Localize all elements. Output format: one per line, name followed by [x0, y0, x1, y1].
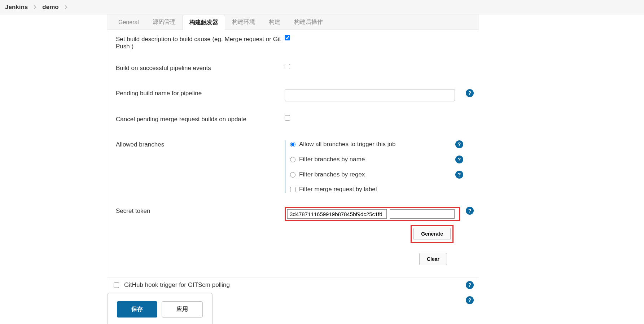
check-filter-label[interactable] — [290, 187, 295, 192]
chevron-right-icon — [32, 5, 36, 9]
help-icon[interactable]: ? — [455, 171, 463, 179]
set-build-description-label: Set build description to build cause (eg… — [116, 35, 285, 50]
help-icon[interactable]: ? — [466, 207, 474, 215]
github-hook-label: GitHub hook trigger for GITScm polling — [124, 281, 230, 289]
breadcrumb-job[interactable]: demo — [42, 4, 58, 11]
pending-build-name-label: Pending build name for pipeline — [116, 89, 285, 97]
tab-build-triggers[interactable]: 构建触发器 — [183, 15, 225, 30]
config-tabs: General 源码管理 构建触发器 构建环境 构建 构建后操作 — [107, 14, 479, 30]
tab-post-build[interactable]: 构建后操作 — [287, 14, 330, 30]
tab-build-env[interactable]: 构建环境 — [225, 14, 262, 30]
radio-allow-all-label: Allow all branches to trigger this job — [299, 141, 395, 148]
set-build-description-checkbox[interactable] — [285, 35, 290, 40]
footer-actions: 保存 应用 — [107, 293, 213, 324]
github-hook-checkbox[interactable] — [114, 283, 119, 288]
allowed-branches-group: Allow all branches to trigger this job ?… — [285, 140, 463, 193]
apply-button[interactable]: 应用 — [162, 301, 203, 318]
tab-scm[interactable]: 源码管理 — [146, 14, 183, 30]
generate-highlight: Generate — [411, 225, 454, 243]
tab-general[interactable]: General — [111, 14, 146, 30]
help-icon[interactable]: ? — [455, 140, 463, 148]
help-icon[interactable]: ? — [466, 296, 474, 304]
help-icon[interactable]: ? — [466, 281, 474, 289]
sidebar-placeholder — [0, 14, 107, 324]
secret-token-highlight — [285, 207, 460, 221]
radio-filter-regex[interactable] — [290, 172, 295, 178]
radio-filter-regex-label: Filter branches by regex — [299, 171, 365, 178]
check-filter-label-text: Filter merge request by label — [299, 186, 377, 193]
cancel-pending-label: Cancel pending merge request builds on u… — [116, 115, 285, 123]
tab-build[interactable]: 构建 — [262, 14, 287, 30]
save-button[interactable]: 保存 — [117, 301, 157, 318]
allowed-branches-label: Allowed branches — [116, 140, 285, 148]
secret-token-input-extension — [390, 209, 455, 219]
pending-build-name-input[interactable] — [285, 89, 455, 101]
cancel-pending-checkbox[interactable] — [285, 115, 290, 121]
chevron-right-icon — [63, 5, 67, 9]
build-on-pipeline-label: Build on successful pipeline events — [116, 64, 285, 72]
secret-token-input[interactable] — [287, 209, 387, 219]
breadcrumb-root[interactable]: Jenkins — [5, 4, 28, 11]
generate-button[interactable]: Generate — [413, 228, 451, 240]
radio-allow-all[interactable] — [290, 142, 295, 147]
secret-token-label: Secret token — [116, 207, 285, 215]
help-icon[interactable]: ? — [466, 89, 474, 97]
build-on-pipeline-checkbox[interactable] — [285, 64, 290, 69]
help-icon[interactable]: ? — [455, 156, 463, 163]
clear-button[interactable]: Clear — [419, 253, 447, 265]
radio-filter-name[interactable] — [290, 157, 295, 162]
radio-filter-name-label: Filter branches by name — [299, 156, 365, 163]
breadcrumb: Jenkins demo — [0, 0, 644, 14]
